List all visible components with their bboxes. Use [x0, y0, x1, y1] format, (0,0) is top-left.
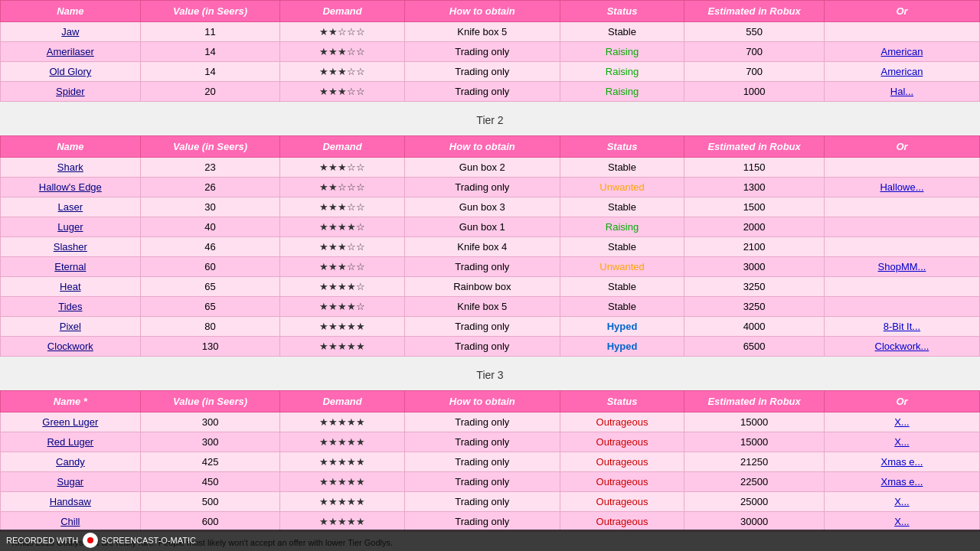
item-origin	[824, 22, 979, 42]
item-name-link[interactable]: Heat	[60, 281, 80, 292]
item-name-link[interactable]: Pixel	[60, 321, 81, 332]
item-robux: 15000	[684, 412, 825, 432]
item-name-link[interactable]: Slasher	[54, 241, 87, 253]
item-name-link[interactable]: Amerilaser	[47, 46, 94, 57]
item-name-link[interactable]: Luger	[57, 221, 83, 233]
th-name: Name	[1, 1, 141, 22]
item-name-link[interactable]: Laser	[58, 201, 83, 213]
item-demand: ★★★☆☆	[280, 62, 404, 82]
item-robux: 3250	[684, 277, 825, 297]
item-origin[interactable]: 8-Bit It...	[824, 317, 979, 337]
item-name-link[interactable]: Tides	[58, 301, 82, 312]
item-origin[interactable]: X...	[824, 432, 979, 452]
item-status: Stable	[560, 158, 684, 178]
item-status: Raising	[560, 82, 684, 102]
item-robux: 15000	[684, 432, 825, 452]
item-demand: ★★★★★	[280, 317, 404, 337]
table-row: Eternal60★★★☆☆Trading onlyUnwanted3000Sh…	[1, 257, 980, 277]
item-origin[interactable]: X...	[824, 512, 979, 532]
item-robux: 25000	[684, 492, 825, 512]
tier3-th-obtain: How to obtain	[404, 391, 560, 412]
item-robux: 2100	[684, 237, 825, 257]
th-status: Status	[560, 1, 684, 22]
item-robux: 30000	[684, 512, 825, 532]
item-demand: ★★★★★	[280, 492, 404, 512]
item-demand: ★★★☆☆	[280, 158, 404, 178]
item-origin[interactable]: Xmas e...	[824, 452, 979, 472]
item-name-link[interactable]: Handsaw	[50, 496, 91, 507]
item-value: 500	[140, 492, 280, 512]
th-demand: Demand	[280, 1, 404, 22]
item-status: Outrageous	[560, 472, 684, 492]
item-origin[interactable]: Clockwork...	[824, 337, 979, 357]
table-row: Luger40★★★★☆Gun box 1Raising2000	[1, 217, 980, 237]
item-robux: 550	[684, 22, 825, 42]
item-demand: ★★★☆☆	[280, 197, 404, 217]
item-origin[interactable]: ShopMM...	[824, 257, 979, 277]
item-origin[interactable]: Hallowe...	[824, 178, 979, 197]
th-robux: Estimated in Robux	[684, 1, 825, 22]
item-demand: ★★☆☆☆	[280, 178, 404, 197]
item-robux: 3250	[684, 297, 825, 317]
item-status: Outrageous	[560, 512, 684, 532]
item-value: 23	[140, 158, 280, 178]
item-origin[interactable]: Hal...	[824, 82, 979, 102]
item-name-link[interactable]: Red Luger	[47, 436, 93, 448]
item-obtain: Trading only	[404, 492, 560, 512]
tier2-th-value: Value (in Seers)	[140, 136, 280, 158]
tier3-table: Name * Value (in Seers) Demand How to ob…	[0, 390, 980, 532]
item-name-link[interactable]: Spider	[56, 86, 85, 97]
tier2-th-name: Name	[1, 136, 141, 158]
item-status: Outrageous	[560, 412, 684, 432]
screencast-bar: RECORDED WITH SCREENCAST-O-MATIC	[0, 530, 980, 550]
item-value: 65	[140, 297, 280, 317]
tier2-th-obtain: How to obtain	[404, 136, 560, 158]
tier3-th-value: Value (in Seers)	[140, 391, 280, 412]
table-row: Laser30★★★☆☆Gun box 3Stable1500	[1, 197, 980, 217]
table-row: Shark23★★★☆☆Gun box 2Stable1150	[1, 158, 980, 178]
item-name-link[interactable]: Clockwork	[47, 341, 93, 352]
tier1-table-wrapper: Name Value (in Seers) Demand How to obta…	[0, 0, 980, 102]
item-demand: ★★★☆☆	[280, 42, 404, 62]
item-robux: 1150	[684, 158, 825, 178]
item-name-link[interactable]: Shark	[57, 161, 83, 173]
item-origin	[824, 197, 979, 217]
item-name-link[interactable]: Sugar	[57, 476, 84, 487]
item-origin[interactable]: X...	[824, 492, 979, 512]
item-origin[interactable]: X...	[824, 412, 979, 432]
table-row: Old Glory14★★★☆☆Trading onlyRaising700Am…	[1, 62, 980, 82]
item-obtain: Knife box 5	[404, 297, 560, 317]
item-origin[interactable]: Xmas e...	[824, 472, 979, 492]
item-name-link[interactable]: Hallow's Edge	[39, 181, 102, 193]
item-value: 300	[140, 432, 280, 452]
item-origin[interactable]: American	[824, 62, 979, 82]
item-value: 450	[140, 472, 280, 492]
item-status: Outrageous	[560, 432, 684, 452]
item-origin[interactable]: American	[824, 42, 979, 62]
item-value: 20	[140, 82, 280, 102]
item-name-link[interactable]: Jaw	[61, 26, 79, 37]
table-row: Handsaw500★★★★★Trading onlyOutrageous250…	[1, 492, 980, 512]
tier3-th-origin: Or	[824, 391, 979, 412]
item-origin	[824, 297, 979, 317]
item-name-link[interactable]: Candy	[56, 456, 85, 468]
item-obtain: Gun box 2	[404, 158, 560, 178]
item-status: Hyped	[560, 337, 684, 357]
tier2-th-origin: Or	[824, 136, 979, 158]
tier2-th-robux: Estimated in Robux	[684, 136, 825, 158]
item-obtain: Trading only	[404, 452, 560, 472]
item-name-link[interactable]: Old Glory	[49, 66, 91, 77]
item-name-link[interactable]: Chill	[60, 516, 80, 527]
table-row: Slasher46★★★☆☆Knife box 4Stable2100	[1, 237, 980, 257]
item-robux: 2000	[684, 217, 825, 237]
item-name-link[interactable]: Green Luger	[42, 416, 98, 428]
item-value: 14	[140, 62, 280, 82]
tier2-table: Name Value (in Seers) Demand How to obta…	[0, 135, 980, 357]
item-demand: ★★★☆☆	[280, 82, 404, 102]
item-value: 46	[140, 237, 280, 257]
item-value: 425	[140, 452, 280, 472]
item-demand: ★★★☆☆	[280, 257, 404, 277]
item-value: 11	[140, 22, 280, 42]
item-name-link[interactable]: Eternal	[54, 261, 86, 272]
item-obtain: Knife box 5	[404, 22, 560, 42]
